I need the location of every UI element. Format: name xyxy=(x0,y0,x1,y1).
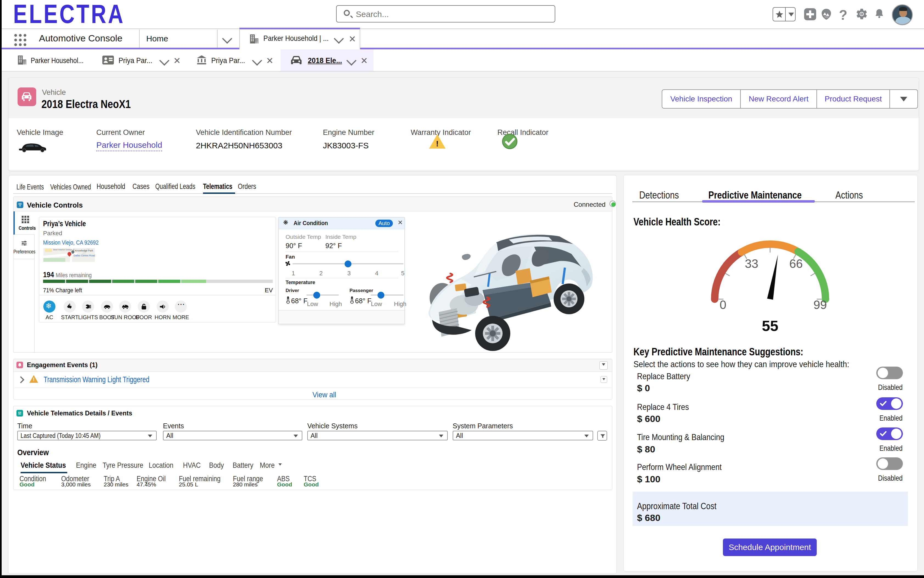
svg-text:99: 99 xyxy=(813,298,827,312)
svg-text:66: 66 xyxy=(789,257,803,270)
svg-text:33: 33 xyxy=(745,257,758,270)
svg-text:0: 0 xyxy=(720,298,726,312)
